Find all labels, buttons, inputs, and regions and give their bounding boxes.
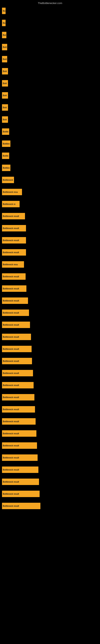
- bar-item: Bottleneck result: [2, 273, 26, 280]
- bar-row: Bottleneck result: [2, 344, 98, 354]
- bar-label: Bottleneck result: [3, 396, 19, 398]
- bar-item: Bottleneck result: [2, 237, 26, 244]
- site-title: TheBottlenecker.com: [0, 0, 100, 6]
- bar-label: Bot: [3, 34, 6, 36]
- bar-row: Bottleneck result: [2, 404, 98, 414]
- bar-item: Bottleneck result: [2, 346, 32, 352]
- bar-label: Bottleneck result: [3, 444, 19, 447]
- bar-row: Bottleneck result: [2, 440, 98, 451]
- bar-row: Bo: [2, 18, 98, 28]
- bar-label: Bottleneck result: [3, 384, 19, 386]
- bar-item: Bottleneck result: [2, 454, 38, 461]
- bar-row: Bottleneck result: [2, 271, 98, 282]
- bar-item: Bottleneck result: [2, 225, 26, 232]
- bar-item: Bottleneck resu: [2, 261, 24, 268]
- bar-label: Bottleneck result: [3, 239, 19, 242]
- bar-row: Bott: [2, 54, 98, 64]
- bar-label: Bott: [3, 106, 7, 109]
- bar-label: Bottleneck result: [3, 336, 19, 338]
- bar-label: Bottle: [3, 155, 8, 157]
- bars-container: BoBoBotBottBottBottBottBottBottBottBottl…: [0, 6, 100, 513]
- bar-row: Bott: [2, 78, 98, 88]
- bar-item: Bottleneck result: [2, 334, 31, 340]
- bar-row: Bottleneck result: [2, 392, 98, 402]
- bar-row: Bottleneck resu: [2, 259, 98, 270]
- bar-item: Bottleneck result: [2, 491, 40, 497]
- bar-label: Bott: [3, 46, 7, 48]
- bar-item: Bottleneck result: [2, 418, 36, 425]
- bar-label: Bottleneck result: [3, 360, 19, 362]
- bar-item: Bott: [2, 116, 8, 123]
- bar-row: Bo: [2, 6, 98, 16]
- bar-label: Bottleneck result: [3, 251, 19, 254]
- bar-label: Bottlen: [3, 143, 10, 145]
- bar-label: Bo: [3, 10, 5, 12]
- bar-label: Bottleneck result: [3, 469, 19, 471]
- bar-row: Bottleneck result: [2, 501, 98, 511]
- bar-row: Bottleneck result: [2, 416, 98, 427]
- bar-item: Bott: [2, 92, 8, 98]
- bar-row: Bottlen: [2, 138, 98, 149]
- bar-item: Bottlen: [2, 164, 10, 171]
- bar-item: Bottle: [2, 152, 9, 159]
- bar-row: Bottleneck result: [2, 464, 98, 475]
- bar-label: Bottleneck result: [3, 457, 19, 459]
- bar-row: Bottleneck result: [2, 489, 98, 499]
- bar-label: Bottleneck result: [3, 372, 19, 374]
- bar-label: Bott: [3, 58, 7, 60]
- bar-label: Bott: [3, 94, 7, 96]
- bar-label: Bottleneck resu: [3, 191, 18, 193]
- bar-row: Bottleneck result: [2, 211, 98, 222]
- bar-item: Bottleneck result: [2, 370, 33, 376]
- bar-item: Bottleneck result: [2, 430, 36, 437]
- bar-row: Bottleneck result: [2, 296, 98, 306]
- bar-item: Bottleneck result: [2, 382, 34, 388]
- bar-row: Bottleneck result: [2, 247, 98, 258]
- bar-row: Bott: [2, 90, 98, 100]
- bar-label: Bottleneck result: [3, 481, 19, 483]
- bar-item: Bottleneck result: [2, 478, 39, 485]
- bar-label: Bottleneck result: [3, 432, 19, 435]
- bar-label: Bottleneck result: [3, 324, 19, 326]
- bar-row: Bottleneck result: [2, 428, 98, 439]
- bar-row: Bottle: [2, 150, 98, 161]
- bar-row: Bottleneck result: [2, 283, 98, 294]
- bar-item: Bottleneck result: [2, 466, 38, 473]
- bar-item: Bottleneck result: [2, 394, 34, 400]
- bar-item: Bottleneck resu: [2, 189, 22, 195]
- bar-item: Bottleneck result: [2, 322, 30, 328]
- bar-label: Bottleneck result: [3, 348, 19, 350]
- bar-row: Bottleneck result: [2, 356, 98, 366]
- bar-item: Bottleneck: [2, 177, 14, 183]
- bar-item: Bott: [2, 68, 8, 74]
- bar-row: Bottlen: [2, 162, 98, 173]
- bar-row: Bottleneck: [2, 175, 98, 185]
- bar-row: Bottleneck result: [2, 368, 98, 378]
- bar-row: Bottleneck result: [2, 308, 98, 318]
- bar-item: Bo: [2, 20, 6, 26]
- bar-item: Bottleneck result: [2, 285, 26, 292]
- bar-label: Bottleneck: [3, 179, 13, 181]
- bar-row: Bott: [2, 66, 98, 76]
- bar-row: Bottle: [2, 126, 98, 137]
- bar-item: Bottleneck result: [2, 298, 28, 304]
- bar-item: Bottleneck result: [2, 310, 29, 316]
- bar-label: Bottleneck result: [3, 276, 19, 278]
- bar-item: Bott: [2, 56, 7, 62]
- bar-label: Bottleneck result: [3, 420, 19, 422]
- bar-row: Bottleneck resu: [2, 187, 98, 197]
- bar-row: Bottleneck re: [2, 199, 98, 209]
- bar-item: Bottleneck result: [2, 358, 32, 364]
- bar-label: Bottleneck result: [3, 300, 19, 302]
- bar-item: Bottlen: [2, 140, 10, 147]
- bar-row: Bot: [2, 30, 98, 40]
- bar-item: Bottleneck result: [2, 213, 25, 219]
- bar-label: Bottleneck result: [3, 408, 19, 410]
- bar-item: Bot: [2, 32, 6, 38]
- bar-row: Bottleneck result: [2, 476, 98, 487]
- bar-item: Bottle: [2, 128, 9, 135]
- bar-item: Bott: [2, 104, 8, 111]
- bar-label: Bottleneck result: [3, 493, 19, 495]
- bar-item: Bottleneck result: [2, 249, 26, 256]
- bar-label: Bottleneck re: [3, 203, 15, 205]
